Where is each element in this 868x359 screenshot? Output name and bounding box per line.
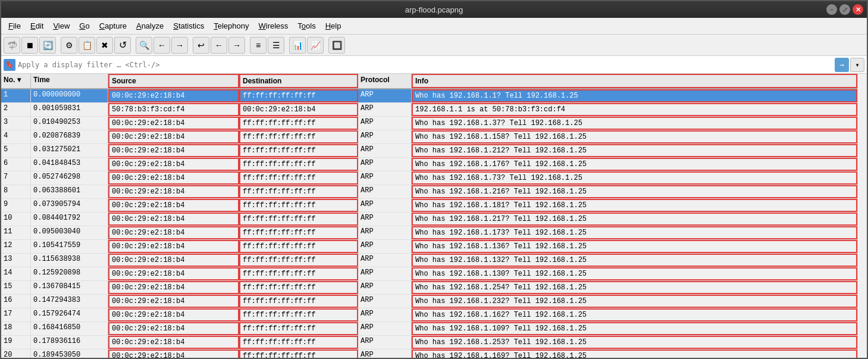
minimize-button[interactable]: − bbox=[826, 4, 837, 15]
cell-info: Who has 192.168.1.217? Tell 192.168.1.25 bbox=[412, 213, 857, 226]
menu-wireless[interactable]: Wireless bbox=[254, 20, 293, 32]
cell-no: 13 bbox=[1, 254, 31, 267]
menu-edit[interactable]: Edit bbox=[26, 20, 48, 32]
cell-time: 0.136708415 bbox=[31, 281, 108, 294]
cell-dest: ff:ff:ff:ff:ff:ff bbox=[239, 213, 358, 226]
cell-time: 0.157926474 bbox=[31, 308, 108, 321]
table-row[interactable]: 16 0.147294383 00:0c:29:e2:18:b4 ff:ff:f… bbox=[1, 295, 857, 308]
cell-no: 16 bbox=[1, 295, 31, 308]
cell-source: 00:0c:29:e2:18:b4 bbox=[108, 281, 239, 294]
table-row[interactable]: 1 0.000000000 00:0c:29:e2:18:b4 ff:ff:ff… bbox=[1, 89, 857, 103]
toolbar-stop-button[interactable]: ⏹ bbox=[21, 37, 38, 54]
toolbar-stats-button[interactable]: 📈 bbox=[307, 37, 324, 54]
toolbar-back-button[interactable]: ← bbox=[153, 37, 170, 54]
cell-dest: ff:ff:ff:ff:ff:ff bbox=[239, 158, 358, 171]
toolbar-refresh-button[interactable]: ↺ bbox=[114, 37, 131, 54]
table-row[interactable]: 2 0.001059831 50:78:b3:f3:cd:f4 00:0c:29… bbox=[1, 103, 857, 117]
table-row[interactable]: 4 0.020876839 00:0c:29:e2:18:b4 ff:ff:ff… bbox=[1, 130, 857, 144]
menu-telephony[interactable]: Telephony bbox=[209, 20, 253, 32]
table-row[interactable]: 10 0.084401792 00:0c:29:e2:18:b4 ff:ff:f… bbox=[1, 213, 857, 226]
toolbar-search-button[interactable]: 🔍 bbox=[136, 37, 152, 54]
table-row[interactable]: 20 0.189453050 00:0c:29:e2:18:b4 ff:ff:f… bbox=[1, 349, 857, 358]
header-info[interactable]: Info bbox=[412, 74, 857, 88]
table-row[interactable]: 7 0.052746298 00:0c:29:e2:18:b4 ff:ff:ff… bbox=[1, 171, 857, 185]
table-row[interactable]: 15 0.136708415 00:0c:29:e2:18:b4 ff:ff:f… bbox=[1, 281, 857, 295]
maximize-button[interactable]: ⤢ bbox=[839, 4, 850, 15]
table-row[interactable]: 5 0.031275021 00:0c:29:e2:18:b4 ff:ff:ff… bbox=[1, 144, 857, 158]
table-row[interactable]: 19 0.178936116 00:0c:29:e2:18:b4 ff:ff:f… bbox=[1, 336, 857, 349]
toolbar-restart-button[interactable]: 🔄 bbox=[39, 37, 56, 54]
cell-time: 0.189453050 bbox=[31, 349, 108, 358]
cell-info: 192.168.1.1 is at 50:78:b3:f3:cd:f4 bbox=[412, 103, 857, 116]
cell-source: 00:0c:29:e2:18:b4 bbox=[108, 185, 239, 198]
cell-dest: ff:ff:ff:ff:ff:ff bbox=[239, 295, 358, 308]
menu-analyze[interactable]: Analyze bbox=[131, 20, 168, 32]
menu-statistics[interactable]: Statistics bbox=[168, 20, 209, 32]
table-main: No. ▾ Time Source Destination Protocol I… bbox=[1, 74, 857, 358]
cell-info: Who has 192.168.1.158? Tell 192.168.1.25 bbox=[412, 130, 857, 143]
filter-input[interactable] bbox=[18, 61, 832, 69]
table-row[interactable]: 12 0.105417559 00:0c:29:e2:18:b4 ff:ff:f… bbox=[1, 240, 857, 254]
table-row[interactable]: 17 0.157926474 00:0c:29:e2:18:b4 ff:ff:f… bbox=[1, 308, 857, 322]
header-no[interactable]: No. ▾ bbox=[1, 74, 31, 88]
header-protocol[interactable]: Protocol bbox=[358, 74, 412, 88]
table-row[interactable]: 6 0.041848453 00:0c:29:e2:18:b4 ff:ff:ff… bbox=[1, 158, 857, 171]
header-destination[interactable]: Destination bbox=[239, 74, 358, 88]
header-source[interactable]: Source bbox=[108, 74, 239, 88]
toolbar-right-button[interactable]: → bbox=[228, 37, 245, 54]
toolbar-single-column-button[interactable]: ≡ bbox=[250, 37, 267, 54]
toolbar-shark-button[interactable]: 🦈 bbox=[4, 37, 20, 54]
toolbar-options-button[interactable]: ⚙ bbox=[61, 37, 77, 54]
toolbar-close-button[interactable]: ✖ bbox=[96, 37, 113, 54]
cell-proto: ARP bbox=[358, 89, 412, 102]
toolbar-graph-button[interactable]: 📊 bbox=[289, 37, 306, 54]
cell-no: 11 bbox=[1, 226, 31, 239]
cell-info: Who has 192.168.1.136? Tell 192.168.1.25 bbox=[412, 240, 857, 253]
cell-time: 0.168416850 bbox=[31, 322, 108, 335]
cell-time: 0.147294383 bbox=[31, 295, 108, 308]
table-row[interactable]: 14 0.125920898 00:0c:29:e2:18:b4 ff:ff:f… bbox=[1, 267, 857, 281]
table-row[interactable]: 9 0.073905794 00:0c:29:e2:18:b4 ff:ff:ff… bbox=[1, 199, 857, 213]
toolbar-forward-button[interactable]: → bbox=[171, 37, 188, 54]
table-row[interactable]: 3 0.010490253 00:0c:29:e2:18:b4 ff:ff:ff… bbox=[1, 117, 857, 130]
cell-info: Who has 192.168.1.162? Tell 192.168.1.25 bbox=[412, 308, 857, 321]
cell-time: 0.063388601 bbox=[31, 185, 108, 198]
cell-dest: ff:ff:ff:ff:ff:ff bbox=[239, 144, 358, 157]
table-row[interactable]: 8 0.063388601 00:0c:29:e2:18:b4 ff:ff:ff… bbox=[1, 185, 857, 199]
cell-info: Who has 192.168.1.73? Tell 192.168.1.25 bbox=[412, 171, 857, 185]
toolbar-double-column-button[interactable]: ☰ bbox=[268, 37, 284, 54]
scrollbar[interactable] bbox=[857, 74, 867, 358]
toolbar-copy-button[interactable]: 📋 bbox=[79, 37, 95, 54]
cell-proto: ARP bbox=[358, 254, 412, 267]
packet-list: 1 0.000000000 00:0c:29:e2:18:b4 ff:ff:ff… bbox=[1, 89, 857, 358]
filter-apply-button[interactable]: → bbox=[835, 58, 849, 72]
cell-source: 00:0c:29:e2:18:b4 bbox=[108, 254, 239, 267]
menu-capture[interactable]: Capture bbox=[95, 20, 131, 32]
table-row[interactable]: 11 0.095003040 00:0c:29:e2:18:b4 ff:ff:f… bbox=[1, 226, 857, 240]
cell-info: Who has 192.168.1.130? Tell 192.168.1.25 bbox=[412, 267, 857, 280]
header-time[interactable]: Time bbox=[31, 74, 108, 88]
menu-go[interactable]: Go bbox=[74, 20, 94, 32]
cell-no: 4 bbox=[1, 130, 31, 143]
toolbar: 🦈 ⏹ 🔄 ⚙ 📋 ✖ ↺ 🔍 ← → ↩ ← → ≡ ☰ 📊 📈 🔲 bbox=[1, 35, 867, 56]
cell-source: 00:0c:29:e2:18:b4 bbox=[108, 158, 239, 171]
close-button[interactable]: ✕ bbox=[853, 4, 863, 15]
menu-help[interactable]: Help bbox=[321, 20, 346, 32]
table-row[interactable]: 13 0.115638938 00:0c:29:e2:18:b4 ff:ff:f… bbox=[1, 254, 857, 267]
menu-file[interactable]: File bbox=[4, 20, 26, 32]
toolbar-zoom-button[interactable]: 🔲 bbox=[328, 37, 345, 54]
toolbar-undo-button[interactable]: ↩ bbox=[193, 37, 209, 54]
menu-view[interactable]: View bbox=[48, 20, 74, 32]
filter-dropdown-button[interactable]: ▾ bbox=[850, 58, 864, 72]
cell-proto: ARP bbox=[358, 199, 412, 212]
cell-time: 0.084401792 bbox=[31, 213, 108, 226]
cell-time: 0.178936116 bbox=[31, 336, 108, 349]
cell-info: Who has 192.168.1.216? Tell 192.168.1.25 bbox=[412, 185, 857, 198]
menu-tools[interactable]: Tools bbox=[293, 20, 320, 32]
cell-time: 0.115638938 bbox=[31, 254, 108, 267]
cell-time: 0.031275021 bbox=[31, 144, 108, 157]
table-row[interactable]: 18 0.168416850 00:0c:29:e2:18:b4 ff:ff:f… bbox=[1, 322, 857, 336]
toolbar-left-button[interactable]: ← bbox=[211, 37, 227, 54]
packet-table-container: No. ▾ Time Source Destination Protocol I… bbox=[1, 74, 867, 358]
cell-source: 00:0c:29:e2:18:b4 bbox=[108, 240, 239, 253]
